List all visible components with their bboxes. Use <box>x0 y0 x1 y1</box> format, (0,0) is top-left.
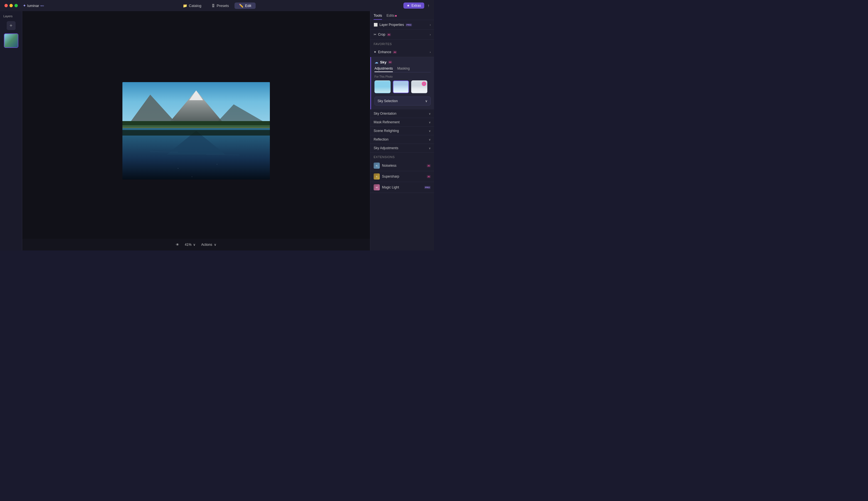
nav-bar: 📁 Catalog 🎛 Presets ✏️ Edit <box>178 2 256 9</box>
app-name: luminar <box>27 4 39 8</box>
minimize-button[interactable] <box>10 4 13 7</box>
extras-button[interactable]: ★ Extras <box>403 2 424 9</box>
sky-label: Sky <box>380 60 387 64</box>
sky-tab-adjustments[interactable]: Adjustments <box>375 66 393 72</box>
sky-masking-label: Masking <box>397 66 410 71</box>
extras-star-icon: ★ <box>407 4 410 8</box>
svg-rect-11 <box>122 130 270 136</box>
svg-point-16 <box>192 177 192 177</box>
crop-header[interactable]: ✂ Crop AI › <box>373 33 431 36</box>
layers-title: Layers <box>3 14 12 18</box>
canvas-area: 👁 41% ∨ Actions ∨ <box>22 11 370 250</box>
crop-label: Crop <box>378 33 385 36</box>
supersharp-ai-badge: AI <box>427 175 431 178</box>
enhance-section: ✦ Enhance AI › <box>370 47 434 57</box>
catalog-label: Catalog <box>189 4 202 8</box>
layer-properties-icon: ⬜ <box>373 23 378 27</box>
crop-title: ✂ Crop AI <box>373 33 391 36</box>
app-logo: ✦ luminarneo <box>23 3 44 8</box>
sky-tab-masking[interactable]: Masking <box>397 66 410 72</box>
supersharp-extension[interactable]: S Supersharp AI <box>370 171 434 182</box>
sky-thumbnail-1[interactable] <box>375 81 391 93</box>
sky-thumbnails: 🛒 <box>375 81 431 93</box>
tools-tab-label: Tools <box>373 13 382 18</box>
svg-rect-8 <box>122 127 270 128</box>
sky-adjustments-chevron-icon: ∨ <box>429 147 431 150</box>
reflection-section[interactable]: Reflection ∨ <box>370 135 434 144</box>
for-this-photo-label: For This Photo <box>375 75 431 78</box>
visibility-toggle[interactable]: 👁 <box>176 243 179 247</box>
mask-refinement-section[interactable]: Mask Refinement ∨ <box>370 118 434 127</box>
layer-thumbnail-image <box>4 34 18 47</box>
reflection-chevron-icon: ∨ <box>429 138 431 141</box>
magic-light-label: Magic Light <box>382 185 399 189</box>
presets-nav-button[interactable]: 🎛 Presets <box>207 2 234 9</box>
sky-orientation-section[interactable]: Sky Orientation ∨ <box>370 109 434 118</box>
svg-point-15 <box>178 168 178 169</box>
sky-tabs: Adjustments Masking <box>375 66 431 72</box>
edits-dot <box>395 15 397 17</box>
crop-chevron-icon: › <box>430 33 431 36</box>
titlebar-right: ★ Extras ↑ <box>403 2 430 9</box>
panel-tabs: Tools Edits <box>370 11 434 20</box>
app-superscript: neo <box>40 4 44 7</box>
share-icon[interactable]: ↑ <box>427 3 430 8</box>
layer-thumbnail[interactable] <box>4 33 18 48</box>
luminar-icon: ✦ <box>23 3 26 8</box>
magic-light-extension[interactable]: M Magic Light PRO <box>370 182 434 193</box>
noiseless-extension[interactable]: N Noiseless AI <box>370 160 434 171</box>
sky-dropdown-chevron-icon: ∨ <box>425 99 427 103</box>
enhance-title: ✦ Enhance AI <box>373 50 397 54</box>
add-layer-button[interactable]: + <box>7 21 15 30</box>
mask-refinement-label: Mask Refinement <box>373 120 400 124</box>
actions-chevron-icon: ∨ <box>214 243 216 247</box>
favorites-label: Favorites <box>370 40 434 47</box>
zoom-control[interactable]: 41% ∨ <box>185 243 196 247</box>
edit-label: Edit <box>245 4 251 8</box>
photo-canvas <box>122 82 270 180</box>
sky-adjustments-section[interactable]: Sky Adjustments ∨ <box>370 144 434 152</box>
sky-selection-dropdown[interactable]: Sky Selection ∨ <box>375 97 431 106</box>
layer-properties-header[interactable]: ⬜ Layer Properties PRO › <box>373 23 431 27</box>
catalog-nav-button[interactable]: 📁 Catalog <box>178 2 206 9</box>
sky-section-header: ☁ Sky AI <box>375 60 431 64</box>
enhance-label: Enhance <box>378 50 391 54</box>
canvas-toolbar: 👁 41% ∨ Actions ∨ <box>22 239 370 250</box>
sky-adjustments-label: Adjustments <box>375 66 393 71</box>
eye-icon: 👁 <box>176 243 179 247</box>
actions-menu[interactable]: Actions ∨ <box>201 243 216 247</box>
extras-label: Extras <box>411 4 421 8</box>
noiseless-label: Noiseless <box>382 164 397 168</box>
maximize-button[interactable] <box>14 4 18 7</box>
sky-thumbnail-2[interactable] <box>393 81 409 93</box>
scene-relighting-chevron-icon: ∨ <box>429 129 431 132</box>
zoom-chevron-icon: ∨ <box>193 243 196 247</box>
sky-adjustments-sub-label: Sky Adjustments <box>373 146 398 150</box>
tab-tools[interactable]: Tools <box>373 13 382 20</box>
noiseless-ai-badge: AI <box>427 164 431 167</box>
layer-properties-section: ⬜ Layer Properties PRO › <box>370 20 434 30</box>
enhance-header[interactable]: ✦ Enhance AI › <box>373 50 431 54</box>
zoom-value: 41% <box>185 243 192 247</box>
close-button[interactable] <box>4 4 8 7</box>
layer-properties-title: ⬜ Layer Properties PRO <box>373 23 412 27</box>
enhance-icon: ✦ <box>373 50 377 54</box>
edit-nav-button[interactable]: ✏️ Edit <box>235 2 256 9</box>
titlebar: ✦ luminarneo 📁 Catalog 🎛 Presets ✏️ Edit… <box>0 0 434 11</box>
supersharp-icon: S <box>373 173 380 180</box>
crop-icon: ✂ <box>373 33 377 36</box>
enhance-ai-badge: AI <box>393 51 397 54</box>
sky-thumbnail-3[interactable]: 🛒 <box>411 81 427 93</box>
scene-relighting-label: Scene Relighting <box>373 129 399 133</box>
cart-icon: 🛒 <box>422 82 426 86</box>
traffic-lights <box>4 4 18 7</box>
tab-edits[interactable]: Edits <box>387 13 397 20</box>
crop-ai-badge: AI <box>387 33 391 36</box>
magic-light-pro-badge: PRO <box>424 186 431 189</box>
scene-relighting-section[interactable]: Scene Relighting ∨ <box>370 127 434 135</box>
edits-tab-label: Edits <box>387 13 394 18</box>
sky-orientation-chevron-icon: ∨ <box>429 112 431 115</box>
sky-ai-badge: AI <box>388 61 392 64</box>
noiseless-icon: N <box>373 162 380 169</box>
photo-image <box>122 82 270 180</box>
